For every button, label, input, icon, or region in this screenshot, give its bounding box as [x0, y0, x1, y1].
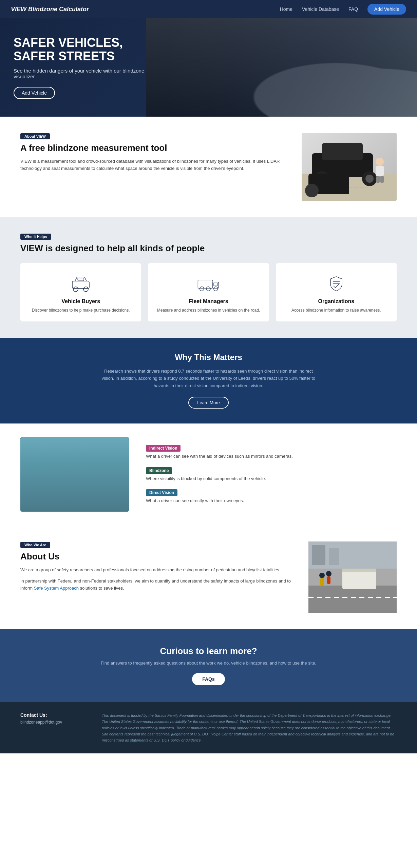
truck-icon: [195, 273, 222, 294]
hero-cars-bg: [146, 18, 417, 117]
svg-rect-24: [20, 437, 129, 512]
document-svg: [324, 274, 348, 293]
aboutus-desc1: We are a group of safety researchers and…: [20, 567, 295, 574]
svg-point-32: [72, 494, 77, 499]
svg-rect-15: [78, 278, 84, 281]
svg-point-19: [200, 287, 204, 291]
about-title: A free blindzone measurement tool: [20, 143, 288, 153]
svg-rect-10: [380, 176, 384, 183]
svg-rect-50: [312, 545, 325, 565]
about-text: About VIEW A free blindzone measurement …: [20, 133, 288, 172]
who-tag: Who It Helps: [20, 234, 51, 240]
direct-desc: What a driver can see directly with thei…: [146, 497, 397, 504]
aboutus-section: Who We Are About Us We are a group of sa…: [0, 525, 417, 629]
aboutus-text: Who We Are About Us We are a group of sa…: [20, 541, 295, 596]
svg-rect-51: [329, 548, 339, 565]
svg-rect-16: [198, 280, 213, 288]
faqs-button[interactable]: FAQs: [192, 673, 225, 685]
about-image: [302, 133, 397, 201]
svg-point-13: [73, 287, 78, 292]
card-vehicle-buyers: Vehicle Buyers Discover blindzones to he…: [20, 263, 141, 321]
about-section: About VIEW A free blindzone measurement …: [0, 117, 417, 217]
card-fleet-managers: Fleet Managers Measure and address blind…: [148, 263, 269, 321]
indirect-tag: Indirect Vision: [146, 445, 181, 452]
svg-rect-2: [322, 143, 363, 160]
aboutus-title: About Us: [20, 551, 295, 562]
car-icon: [67, 273, 94, 294]
navbar: VIEW Blindzone Calculator Home Vehicle D…: [0, 0, 417, 18]
aboutus-illustration: [308, 541, 397, 613]
svg-marker-29: [109, 437, 129, 471]
blindzone-tag: Blindzone: [146, 467, 172, 474]
aboutus-tag: Who We Are: [20, 542, 50, 548]
card-buyers-desc: Discover blindzones to help make purchas…: [32, 307, 130, 313]
footer-contact-label: Contact Us:: [20, 712, 88, 718]
svg-point-47: [326, 571, 331, 576]
safe-system-link[interactable]: Safe System Approach: [34, 586, 79, 591]
cta-section: Curious to learn more? Find answers to f…: [0, 629, 417, 702]
svg-point-3: [315, 171, 329, 186]
footer: Contact Us: blindzoneapp@dot.gov This do…: [0, 702, 417, 753]
footer-disclaimer: This document is funded by the Santos Fa…: [102, 712, 397, 743]
nav-add-vehicle-button[interactable]: Add Vehicle: [367, 4, 406, 15]
footer-contact: Contact Us: blindzoneapp@dot.gov: [20, 712, 88, 743]
svg-rect-9: [376, 176, 380, 183]
svg-point-7: [376, 158, 384, 166]
card-fleet-label: Fleet Managers: [189, 298, 228, 304]
svg-rect-25: [20, 485, 129, 512]
card-organizations: Organizations Access blindzone informati…: [276, 263, 397, 321]
car-svg: [69, 274, 93, 293]
svg-marker-27: [24, 437, 126, 471]
about-tag: About VIEW: [20, 133, 50, 139]
who-section: Who It Helps VIEW is designed to help al…: [0, 217, 417, 338]
svg-point-4: [318, 175, 326, 183]
svg-rect-36: [115, 469, 127, 477]
aboutus-desc2: In partnership with Federal and non-Fede…: [20, 578, 295, 592]
hero-content: SAFER VEHICLES, SAFER STREETS See the hi…: [0, 36, 170, 99]
card-buyers-label: Vehicle Buyers: [61, 298, 100, 304]
svg-marker-37: [27, 437, 122, 470]
svg-rect-30: [64, 442, 85, 452]
footer-email: blindzoneapp@dot.gov: [20, 720, 88, 725]
hero-title: SAFER VEHICLES, SAFER STREETS: [14, 36, 156, 63]
vision-section: Indirect Vision What a driver can see wi…: [0, 423, 417, 525]
learn-more-button[interactable]: Learn More: [188, 397, 228, 409]
truck-svg: [196, 274, 220, 293]
why-title: Why This Matters: [27, 353, 390, 362]
svg-marker-38: [20, 437, 48, 470]
card-org-label: Organizations: [318, 298, 354, 304]
svg-point-14: [83, 287, 88, 292]
nav-home[interactable]: Home: [280, 6, 292, 12]
svg-rect-8: [376, 166, 384, 176]
nav-brand: VIEW Blindzone Calculator: [11, 6, 89, 13]
legend-blindzone: Blindzone Where visibility is blocked by…: [146, 467, 397, 482]
svg-marker-28: [20, 437, 41, 471]
legend-indirect: Indirect Vision What a driver can see wi…: [146, 445, 397, 460]
card-fleet-desc: Measure and address blindzones in vehicl…: [157, 307, 260, 313]
cta-desc: Find answers to frequently asked questio…: [20, 660, 397, 666]
hero-subtitle: See the hidden dangers of your vehicle w…: [14, 68, 156, 79]
why-section: Why This Matters Research shows that dri…: [0, 338, 417, 423]
legend-direct: Direct Vision What a driver can see dire…: [146, 489, 397, 504]
svg-point-31: [64, 486, 85, 507]
why-desc: Research shows that drivers respond 0.7 …: [100, 368, 317, 389]
nav-links: Home Vehicle Database FAQ Add Vehicle: [280, 4, 406, 15]
blindzone-desc: Where visibility is blocked by solid com…: [146, 475, 397, 482]
svg-point-21: [214, 287, 218, 291]
svg-rect-18: [214, 283, 217, 286]
vision-diagram: [20, 437, 129, 512]
hero-add-vehicle-button[interactable]: Add Vehicle: [14, 87, 55, 99]
svg-rect-26: [20, 471, 129, 488]
svg-rect-46: [320, 578, 324, 586]
nav-faq[interactable]: FAQ: [348, 6, 358, 12]
cta-title: Curious to learn more?: [20, 646, 397, 656]
vision-legends: Indirect Vision What a driver can see wi…: [146, 445, 397, 504]
direct-tag: Direct Vision: [146, 489, 177, 496]
svg-rect-35: [22, 469, 34, 477]
svg-rect-48: [327, 576, 330, 584]
svg-point-45: [319, 573, 325, 578]
svg-marker-39: [102, 437, 129, 470]
cards-row: Vehicle Buyers Discover blindzones to he…: [20, 263, 397, 321]
hero-section: SAFER VEHICLES, SAFER STREETS See the hi…: [0, 18, 417, 117]
nav-vehicle-database[interactable]: Vehicle Database: [302, 6, 339, 12]
